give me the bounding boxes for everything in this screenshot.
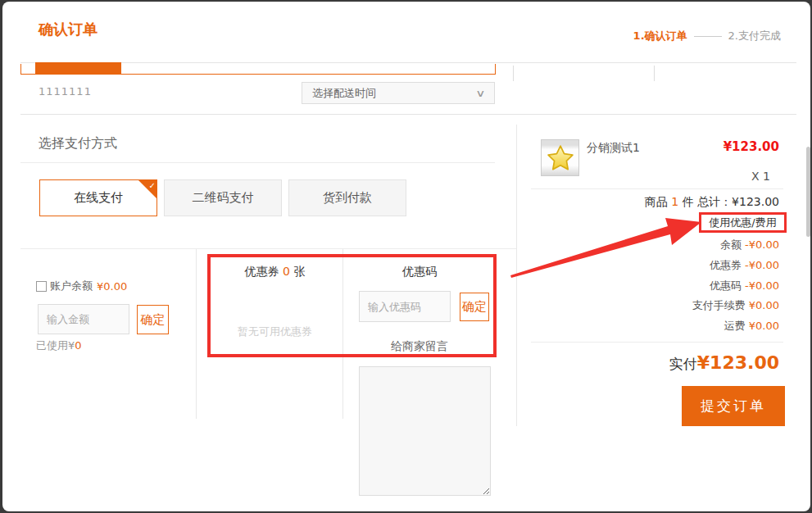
annotation-rectangle [207, 254, 497, 357]
delivery-time-label: 选择配送时间 [312, 86, 376, 101]
check-icon: ✓ [149, 181, 156, 190]
sub-column-divider [196, 249, 197, 419]
divider [20, 114, 796, 115]
fee-row-balance: 余额-¥0.00 [720, 238, 779, 252]
order-summary-line: 商品 1 件 总计：¥123.00 [645, 195, 779, 210]
amount-input[interactable] [38, 304, 129, 334]
balance-used-text: 已使用¥0 [36, 338, 82, 353]
tab-qrcode-payment[interactable]: 二维码支付 [164, 179, 282, 216]
fee-label: 运费 [724, 320, 746, 332]
tab-label: 在线支付 [74, 190, 123, 206]
column-divider [516, 125, 517, 426]
cut-box-edge [654, 66, 655, 81]
total-payable: 实付 ¥123.00 [669, 352, 779, 374]
used-prefix: 已使用¥ [36, 339, 75, 352]
use-discount-fees-link[interactable]: 使用优惠/费用 [699, 212, 787, 233]
step-confirm-order: 1.确认订单 [633, 29, 687, 43]
divider [20, 248, 516, 249]
tab-cash-on-delivery[interactable]: 货到付款 [288, 179, 406, 216]
product-thumbnail [541, 139, 579, 176]
fee-value: -¥0.00 [745, 238, 779, 251]
cut-box-edge [513, 66, 514, 81]
amount-confirm-button[interactable]: 确定 [137, 305, 169, 334]
used-value: 0 [75, 339, 81, 352]
page-title: 确认订单 [39, 20, 98, 39]
balance-label: 账户余额 [50, 279, 93, 293]
fee-label: 优惠码 [710, 279, 742, 292]
address-card-remnant-highlight [35, 62, 121, 74]
chevron-down-icon: ∨ [475, 88, 485, 99]
product-price: ¥123.00 [724, 139, 779, 154]
screenshot-frame: 确认订单 1.确认订单 2.支付完成 1111111 选择配送时间 ∨ 选择支付… [0, 0, 812, 513]
balance-amount: ¥0.00 [97, 280, 127, 293]
fee-label: 优惠券 [710, 259, 742, 271]
divider [20, 162, 495, 163]
selected-corner: ✓ [138, 180, 157, 198]
fee-label: 支付手续费 [692, 299, 746, 311]
seller-message-textarea[interactable] [359, 366, 491, 496]
tab-online-payment[interactable]: 在线支付 ✓ [39, 179, 157, 216]
divider [531, 188, 783, 189]
product-name: 分销测试1 [587, 141, 640, 156]
submit-order-button[interactable]: 提交订单 [682, 386, 785, 426]
address-card-remnant [20, 64, 496, 75]
star-icon [545, 143, 576, 174]
fee-row-payment-fee: 支付手续费¥0.00 [692, 298, 779, 313]
summary-count: 1 [671, 195, 678, 208]
order-page: 确认订单 1.确认订单 2.支付完成 1111111 选择配送时间 ∨ 选择支付… [2, 2, 810, 511]
product-quantity: X 1 [751, 170, 770, 183]
summary-prefix: 商品 [645, 195, 671, 208]
delivery-time-select[interactable]: 选择配送时间 ∨ [302, 82, 495, 104]
account-balance-row: 账户余额 ¥0.00 [36, 279, 127, 293]
fee-value: ¥0.00 [749, 320, 779, 332]
balance-checkbox[interactable] [36, 281, 47, 292]
total-value: ¥123.00 [697, 352, 779, 373]
tab-label: 二维码支付 [193, 190, 254, 206]
divider [20, 62, 796, 63]
step-separator [694, 36, 722, 37]
fee-label: 余额 [720, 238, 742, 251]
scrollbar-thumb[interactable] [806, 147, 810, 237]
payment-method-tabs: 在线支付 ✓ 二维码支付 货到付款 [39, 179, 406, 216]
fee-value: ¥0.00 [749, 299, 779, 311]
payment-section-title: 选择支付方式 [39, 135, 117, 152]
fee-value: -¥0.00 [745, 279, 779, 292]
fee-row-shipping: 运费¥0.00 [724, 319, 779, 334]
fee-row-coupon: 优惠券-¥0.00 [710, 258, 779, 273]
fee-row-coupon-code: 优惠码-¥0.00 [710, 279, 779, 293]
checkout-steps: 1.确认订单 2.支付完成 [633, 29, 781, 43]
total-label: 实付 [669, 355, 697, 374]
summary-suffix: 件 总计：¥123.00 [678, 195, 779, 208]
fee-value: -¥0.00 [745, 259, 779, 271]
order-note-text: 1111111 [39, 85, 92, 98]
divider [531, 342, 783, 343]
tab-label: 货到付款 [323, 190, 372, 206]
step-payment-done: 2.支付完成 [728, 29, 781, 43]
